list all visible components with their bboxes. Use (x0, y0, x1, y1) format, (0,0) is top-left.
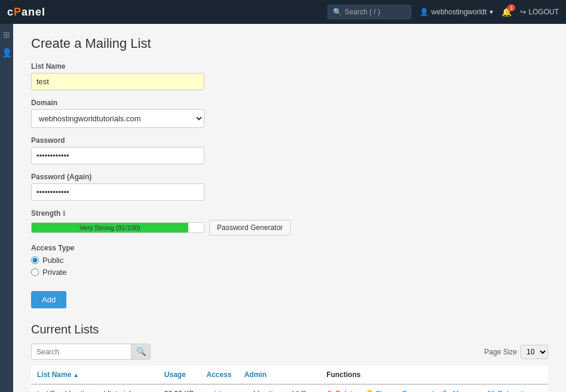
access-private-radio[interactable] (31, 268, 39, 276)
nav-notifications[interactable]: 🔔 1 (501, 7, 512, 17)
strength-bar-empty (188, 223, 204, 232)
access-public-label: Public (42, 256, 63, 265)
strength-bar-container: Very Strong (91/100) Password Generator (31, 220, 548, 235)
notification-badge: 1 (507, 4, 515, 11)
list-name-input[interactable] (31, 73, 204, 90)
manage-link[interactable]: 🔧 Manage (442, 390, 481, 392)
password-again-group: Password (Again) (31, 173, 548, 201)
table-row: test@webhostingworldtutorials.com 20.96 … (31, 384, 548, 392)
trash-icon: 🗑 (326, 390, 334, 392)
strength-group: Strength ℹ Very Strong (91/100) Password… (31, 209, 548, 235)
change-password-link[interactable]: 🔑 Change Password (364, 390, 436, 392)
col-usage[interactable]: Usage (158, 366, 201, 384)
col-list-name[interactable]: List Name (31, 366, 158, 384)
logout-button[interactable]: ↪ LOGOUT (520, 8, 559, 16)
page-size-control: Page Size 10 25 50 (484, 345, 548, 359)
nav-search-label: Search ( / ) (345, 8, 380, 16)
table-body: test@webhostingworldtutorials.com 20.96 … (31, 384, 548, 392)
top-navigation: cPanel 🔍 Search ( / ) 👤 webhostingworldt… (0, 0, 566, 24)
mailing-lists-table: List Name Usage Access Admin Functions t… (31, 366, 548, 392)
sidebar-grid-icon[interactable]: ⊞ (3, 30, 10, 39)
user-icon: 👤 (420, 8, 429, 16)
page-size-select[interactable]: 10 25 50 (521, 345, 548, 359)
main-layout: ⊞ 👤 Create a Mailing List List Name Doma… (0, 24, 566, 392)
col-admin[interactable]: Admin (238, 366, 320, 384)
cpanel-logo: cPanel (7, 6, 45, 19)
password-input[interactable] (31, 147, 204, 164)
domain-group: Domain webhostingworldtutorials.com (31, 99, 548, 128)
col-access[interactable]: Access (201, 366, 238, 384)
cell-access: public (201, 384, 238, 392)
page-size-label: Page Size (484, 348, 517, 356)
access-type-group: Access Type Public Private (31, 244, 548, 277)
search-box[interactable]: 🔍 (31, 344, 151, 360)
col-functions: Functions (320, 366, 548, 384)
password-again-input[interactable] (31, 183, 204, 201)
table-header-row: List Name Usage Access Admin Functions (31, 366, 548, 384)
password-again-label: Password (Again) (31, 173, 548, 181)
access-type-radio-group: Public Private (31, 256, 548, 277)
access-private-label: Private (42, 268, 66, 277)
nav-user-menu[interactable]: 👤 webhostingworldt ▾ (420, 8, 494, 16)
search-input[interactable] (32, 345, 131, 359)
cell-admin: webhostingworldt@... (238, 384, 320, 392)
cell-list-name: test@webhostingworldtutorials.com (31, 384, 158, 392)
main-content: Create a Mailing List List Name Domain w… (13, 24, 566, 392)
nav-username: webhostingworldt (432, 8, 487, 16)
password-generator-button[interactable]: Password Generator (209, 220, 290, 235)
strength-bar-fill: Very Strong (91/100) (32, 223, 188, 232)
table-controls: 🔍 Page Size 10 25 50 (31, 344, 548, 360)
group-icon: 👥 (487, 390, 495, 392)
strength-label: Strength ℹ (31, 209, 548, 218)
strength-info-icon[interactable]: ℹ (63, 210, 65, 217)
search-button[interactable]: 🔍 (131, 344, 151, 359)
nav-actions: 🔍 Search ( / ) 👤 webhostingworldt ▾ 🔔 1 … (328, 5, 559, 19)
strength-bar-wrapper: Very Strong (91/100) (31, 222, 204, 233)
search-icon: 🔍 (333, 8, 342, 16)
delegation-link[interactable]: 👥 Delegation (487, 390, 532, 392)
add-button[interactable]: Add (31, 291, 66, 308)
strength-text: Very Strong (91/100) (79, 224, 140, 231)
password-label: Password (31, 136, 548, 145)
chevron-down-icon: ▾ (489, 8, 493, 16)
access-public-option[interactable]: Public (31, 256, 548, 265)
delete-link[interactable]: 🗑 Delete (326, 390, 358, 392)
domain-select[interactable]: webhostingworldtutorials.com (31, 109, 204, 128)
list-name-label: List Name (31, 62, 548, 71)
wrench-icon: 🔧 (442, 390, 451, 392)
domain-label: Domain (31, 99, 548, 107)
nav-search-box[interactable]: 🔍 Search ( / ) (328, 5, 411, 19)
logout-icon: ↪ (520, 8, 526, 16)
list-name-group: List Name (31, 62, 548, 90)
cell-functions: 🗑 Delete 🔑 Change Password 🔧 Manage 👥 De… (320, 384, 548, 392)
current-lists-title: Current Lists (31, 323, 548, 336)
page-title: Create a Mailing List (31, 36, 548, 51)
key-icon: 🔑 (364, 390, 373, 392)
table-header: List Name Usage Access Admin Functions (31, 366, 548, 384)
access-public-radio[interactable] (31, 256, 39, 264)
cell-usage: 20.96 KB (158, 384, 201, 392)
sidebar-user-icon[interactable]: 👤 (2, 48, 12, 57)
sidebar: ⊞ 👤 (0, 24, 13, 392)
password-group: Password (31, 136, 548, 164)
logout-label: LOGOUT (528, 8, 559, 16)
access-type-label: Access Type (31, 244, 548, 252)
access-private-option[interactable]: Private (31, 268, 548, 277)
logo-area: cPanel (7, 6, 45, 19)
